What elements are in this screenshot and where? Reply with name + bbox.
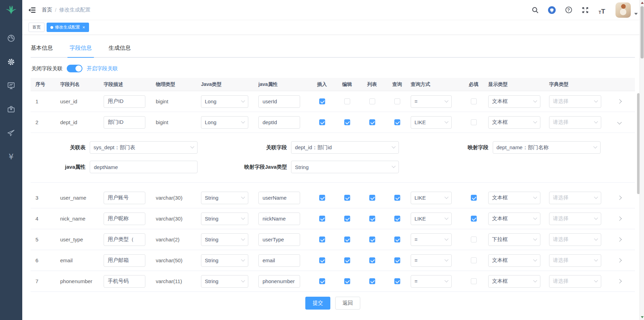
display-type-select[interactable]: 文本框 bbox=[488, 275, 540, 288]
expand-toggle[interactable] bbox=[617, 237, 622, 242]
edit-checkbox[interactable] bbox=[344, 278, 350, 284]
dict-type-select[interactable]: 请选择 bbox=[549, 233, 601, 246]
tab-generate-info[interactable]: 生成信息 bbox=[108, 42, 131, 57]
edit-checkbox[interactable] bbox=[344, 216, 350, 222]
java-attr-input[interactable] bbox=[258, 254, 300, 267]
edit-checkbox[interactable] bbox=[344, 119, 350, 125]
display-type-select[interactable]: 文本框 bbox=[488, 254, 540, 267]
dict-type-select[interactable]: 请选择 bbox=[549, 254, 601, 267]
assoc-table-select[interactable]: sys_dept：部门表 bbox=[90, 141, 198, 154]
dict-type-select[interactable]: 请选择 bbox=[549, 192, 601, 204]
description-input[interactable] bbox=[104, 275, 145, 288]
required-checkbox[interactable] bbox=[471, 237, 477, 242]
expand-toggle[interactable] bbox=[617, 216, 622, 221]
dict-type-select[interactable]: 请选择 bbox=[549, 95, 601, 108]
sidebar-item-dashboard[interactable] bbox=[0, 26, 22, 50]
java-type-select[interactable]: String bbox=[201, 233, 248, 246]
description-input[interactable] bbox=[104, 213, 145, 225]
dict-type-select[interactable]: 请选择 bbox=[549, 275, 601, 288]
insert-checkbox[interactable] bbox=[319, 98, 325, 104]
insert-checkbox[interactable] bbox=[319, 257, 325, 263]
list-checkbox[interactable] bbox=[369, 237, 375, 242]
edit-checkbox[interactable] bbox=[344, 195, 350, 201]
panel-java-attr-input[interactable] bbox=[90, 161, 198, 173]
assoc-field-select[interactable]: dept_id：部门id bbox=[291, 141, 399, 154]
submit-button[interactable]: 提交 bbox=[305, 297, 330, 310]
java-attr-input[interactable] bbox=[258, 192, 300, 204]
expand-toggle[interactable] bbox=[617, 279, 622, 283]
java-type-select[interactable]: String bbox=[201, 192, 248, 204]
query-checkbox[interactable] bbox=[394, 216, 400, 222]
required-checkbox[interactable] bbox=[471, 216, 477, 222]
query-checkbox[interactable] bbox=[394, 237, 400, 242]
github-icon[interactable] bbox=[547, 6, 556, 15]
list-checkbox[interactable] bbox=[369, 257, 375, 263]
list-checkbox[interactable] bbox=[369, 195, 375, 201]
query-checkbox[interactable] bbox=[394, 278, 400, 284]
list-checkbox[interactable] bbox=[369, 98, 375, 104]
insert-checkbox[interactable] bbox=[319, 195, 325, 201]
dict-type-select[interactable]: 请选择 bbox=[549, 213, 601, 225]
tag-close-icon[interactable]: × bbox=[82, 25, 85, 30]
display-type-select[interactable]: 下拉框 bbox=[488, 233, 540, 246]
java-attr-input[interactable] bbox=[258, 233, 300, 246]
tab-basic-info[interactable]: 基本信息 bbox=[31, 42, 53, 57]
display-type-select[interactable]: 文本框 bbox=[488, 192, 540, 204]
java-type-select[interactable]: String bbox=[201, 254, 248, 267]
tab-field-info[interactable]: 字段信息 bbox=[70, 42, 92, 57]
query-checkbox[interactable] bbox=[394, 257, 400, 263]
user-menu[interactable] bbox=[615, 2, 638, 18]
page-scrollbar-thumb[interactable] bbox=[641, 6, 644, 58]
required-checkbox[interactable] bbox=[471, 257, 477, 263]
sidebar-item-tool[interactable] bbox=[0, 97, 22, 121]
display-type-select[interactable]: 文本框 bbox=[488, 116, 540, 129]
java-attr-input[interactable] bbox=[258, 116, 300, 129]
list-checkbox[interactable] bbox=[369, 119, 375, 125]
sidebar-item-system[interactable] bbox=[0, 50, 22, 74]
query-checkbox[interactable] bbox=[394, 119, 400, 125]
query-checkbox[interactable] bbox=[394, 98, 400, 104]
query-mode-select[interactable]: = bbox=[411, 233, 452, 246]
description-input[interactable] bbox=[104, 254, 145, 267]
java-attr-input[interactable] bbox=[258, 213, 300, 225]
page-scrollbar[interactable] bbox=[639, 0, 644, 320]
description-input[interactable] bbox=[104, 95, 145, 108]
java-type-select[interactable]: Long bbox=[201, 95, 248, 108]
query-mode-select[interactable]: = bbox=[411, 254, 452, 267]
tag-home[interactable]: 首页 bbox=[29, 23, 45, 32]
required-checkbox[interactable] bbox=[471, 98, 477, 104]
required-checkbox[interactable] bbox=[471, 195, 477, 201]
required-checkbox[interactable] bbox=[471, 278, 477, 284]
query-mode-select[interactable]: = bbox=[411, 95, 452, 108]
display-type-select[interactable]: 文本框 bbox=[488, 213, 540, 225]
sidebar-fold-icon[interactable] bbox=[28, 6, 36, 14]
font-size-icon[interactable]: TT bbox=[597, 6, 606, 15]
sidebar-item-deploy[interactable] bbox=[0, 121, 22, 145]
scroll-down-arrow-icon[interactable] bbox=[641, 316, 644, 318]
association-on-label[interactable]: 开启字段关联 bbox=[87, 65, 118, 72]
association-switch[interactable] bbox=[67, 65, 82, 72]
dict-type-select[interactable]: 请选择 bbox=[549, 116, 601, 129]
query-mode-select[interactable]: LIKE bbox=[411, 192, 452, 204]
description-input[interactable] bbox=[104, 233, 145, 246]
map-field-select[interactable]: dept_name：部门名称 bbox=[493, 141, 601, 154]
fullscreen-icon[interactable] bbox=[581, 6, 590, 15]
edit-checkbox[interactable] bbox=[344, 257, 350, 263]
java-type-select[interactable]: String bbox=[201, 275, 248, 288]
avatar[interactable] bbox=[615, 2, 631, 18]
scroll-up-arrow-icon[interactable] bbox=[641, 2, 644, 4]
java-attr-input[interactable] bbox=[258, 95, 300, 108]
app-logo-icon[interactable] bbox=[4, 3, 18, 17]
help-icon[interactable]: ? bbox=[564, 6, 573, 15]
list-checkbox[interactable] bbox=[369, 216, 375, 222]
required-checkbox[interactable] bbox=[471, 119, 477, 125]
expand-toggle[interactable] bbox=[617, 258, 622, 263]
search-icon[interactable] bbox=[531, 6, 540, 15]
expand-toggle[interactable] bbox=[617, 120, 622, 125]
list-checkbox[interactable] bbox=[369, 278, 375, 284]
sidebar-item-monitor[interactable] bbox=[0, 74, 22, 97]
insert-checkbox[interactable] bbox=[319, 216, 325, 222]
expand-toggle[interactable] bbox=[617, 99, 622, 104]
query-mode-select[interactable]: = bbox=[411, 275, 452, 288]
query-mode-select[interactable]: LIKE bbox=[411, 116, 452, 129]
